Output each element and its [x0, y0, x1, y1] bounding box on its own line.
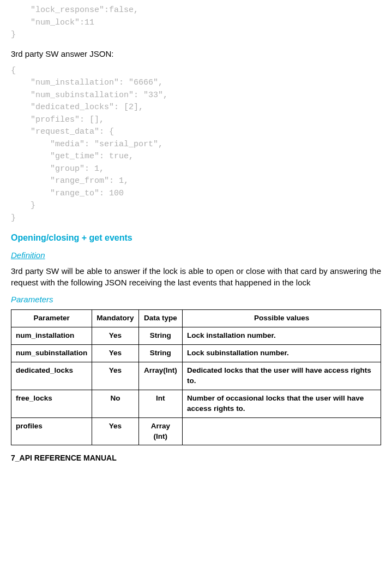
th-possible: Possible values — [183, 310, 381, 327]
cell-datatype: String — [138, 345, 183, 362]
definition-label: Definition — [11, 249, 381, 261]
cell-parameter: profiles — [11, 417, 92, 445]
th-mandatory: Mandatory — [92, 310, 138, 327]
table-row: dedicated_locksYesArray(Int)Dedicated lo… — [11, 362, 381, 390]
cell-parameter: num_subinstallation — [11, 345, 92, 362]
cell-datatype: Array(Int) — [138, 362, 183, 390]
parameters-label: Parameters — [11, 294, 381, 305]
cell-possible: Dedicated locks that the user will have … — [183, 362, 381, 390]
cell-mandatory: Yes — [92, 417, 138, 445]
cell-possible — [183, 417, 381, 445]
code-snippet-top: "lock_response":false, "num_lock":11 } — [11, 4, 381, 41]
cell-possible: Lock installation number. — [183, 327, 381, 345]
th-datatype: Data type — [138, 310, 183, 327]
table-row: num_installationYesStringLock installati… — [11, 327, 381, 345]
cell-datatype: String — [138, 327, 183, 345]
definition-text: 3rd party SW will be able to answer if t… — [11, 265, 381, 288]
cell-datatype: Int — [138, 390, 183, 417]
table-row: num_subinstallationYesStringLock subinst… — [11, 345, 381, 362]
section-heading-opening-closing: Opening/closing + get events — [11, 232, 381, 244]
cell-datatype: Array (Int) — [138, 417, 183, 445]
cell-possible: Number of occasional locks that the user… — [183, 390, 381, 417]
cell-mandatory: Yes — [92, 327, 138, 345]
th-parameter: Parameter — [11, 310, 92, 327]
code-snippet-answer: { "num_installation": "6666", "num_subin… — [11, 65, 381, 225]
cell-mandatory: Yes — [92, 345, 138, 362]
footer-text: 7_API REFERENCE MANUAL — [11, 453, 381, 464]
cell-mandatory: Yes — [92, 362, 138, 390]
cell-parameter: free_locks — [11, 390, 92, 417]
cell-possible: Lock subinstallation number. — [183, 345, 381, 362]
parameters-table: Parameter Mandatory Data type Possible v… — [11, 309, 381, 445]
answer-json-label: 3rd party SW answer JSON: — [11, 48, 381, 59]
table-header-row: Parameter Mandatory Data type Possible v… — [11, 310, 381, 327]
cell-parameter: num_installation — [11, 327, 92, 345]
cell-mandatory: No — [92, 390, 138, 417]
table-row: free_locksNoIntNumber of occasional lock… — [11, 390, 381, 417]
table-body: num_installationYesStringLock installati… — [11, 327, 381, 445]
table-row: profilesYesArray (Int) — [11, 417, 381, 445]
cell-parameter: dedicated_locks — [11, 362, 92, 390]
